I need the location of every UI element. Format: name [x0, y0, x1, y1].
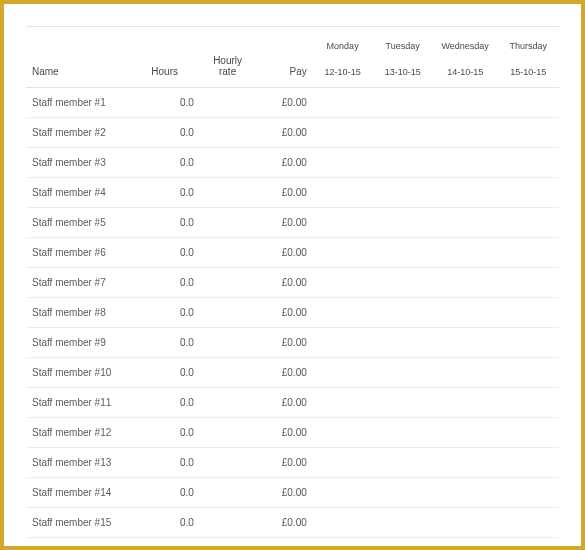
- cell-day-monday: [313, 238, 373, 268]
- cell-hours: 0.0: [145, 358, 200, 388]
- cell-rate: [200, 298, 255, 328]
- cell-hours: 0.0: [145, 418, 200, 448]
- cell-day-tuesday: [372, 298, 432, 328]
- header-date-tuesday: 13-10-15: [372, 53, 432, 88]
- table-row: Staff member #40.0£0.00: [26, 178, 559, 208]
- cell-rate: [200, 388, 255, 418]
- cell-day-tuesday: [372, 178, 432, 208]
- cell-day-tuesday: [372, 388, 432, 418]
- cell-day-wednesday: [433, 418, 498, 448]
- table-row: Staff member #100.0£0.00: [26, 358, 559, 388]
- cell-day-wednesday: [433, 148, 498, 178]
- table-row: Staff member #10.0£0.00: [26, 88, 559, 118]
- cell-hours: 0.0: [145, 178, 200, 208]
- cell-hours: 0.0: [145, 328, 200, 358]
- cell-day-wednesday: [433, 508, 498, 538]
- cell-hours: 0.0: [145, 478, 200, 508]
- cell-hours: 0.0: [145, 448, 200, 478]
- cell-day-monday: [313, 298, 373, 328]
- cell-day-tuesday: [372, 208, 432, 238]
- cell-day-monday: [313, 388, 373, 418]
- cell-day-tuesday: [372, 238, 432, 268]
- cell-name: Staff member #4: [26, 178, 145, 208]
- header-hourly-rate: Hourly rate: [200, 53, 255, 88]
- cell-name: Staff member #5: [26, 208, 145, 238]
- cell-day-wednesday: [433, 478, 498, 508]
- cell-pay: £0.00: [255, 238, 313, 268]
- cell-rate: [200, 178, 255, 208]
- cell-rate: [200, 328, 255, 358]
- cell-day-monday: [313, 208, 373, 238]
- table-row: Staff member #30.0£0.00: [26, 148, 559, 178]
- cell-name: Staff member #8: [26, 298, 145, 328]
- header-date-thursday: 15-10-15: [497, 53, 559, 88]
- cell-day-monday: [313, 88, 373, 118]
- cell-day-thursday: [497, 358, 559, 388]
- table-body: Staff member #10.0£0.00Staff member #20.…: [26, 88, 559, 538]
- cell-rate: [200, 208, 255, 238]
- cell-hours: 0.0: [145, 208, 200, 238]
- cell-day-thursday: [497, 418, 559, 448]
- cell-day-wednesday: [433, 178, 498, 208]
- cell-pay: £0.00: [255, 268, 313, 298]
- staff-rota-table: Monday Tuesday Wednesday Thursday Name H…: [26, 26, 559, 538]
- cell-hours: 0.0: [145, 268, 200, 298]
- table-row: Staff member #130.0£0.00: [26, 448, 559, 478]
- cell-rate: [200, 118, 255, 148]
- cell-name: Staff member #13: [26, 448, 145, 478]
- cell-pay: £0.00: [255, 418, 313, 448]
- cell-pay: £0.00: [255, 478, 313, 508]
- cell-day-thursday: [497, 328, 559, 358]
- table-row: Staff member #120.0£0.00: [26, 418, 559, 448]
- cell-day-monday: [313, 118, 373, 148]
- header-day-monday: Monday: [313, 27, 373, 54]
- cell-name: Staff member #9: [26, 328, 145, 358]
- cell-name: Staff member #1: [26, 88, 145, 118]
- cell-pay: £0.00: [255, 88, 313, 118]
- cell-rate: [200, 448, 255, 478]
- cell-day-thursday: [497, 118, 559, 148]
- cell-day-wednesday: [433, 88, 498, 118]
- cell-pay: £0.00: [255, 328, 313, 358]
- cell-rate: [200, 148, 255, 178]
- cell-day-wednesday: [433, 328, 498, 358]
- cell-day-tuesday: [372, 478, 432, 508]
- cell-name: Staff member #14: [26, 478, 145, 508]
- cell-day-tuesday: [372, 268, 432, 298]
- cell-rate: [200, 508, 255, 538]
- cell-day-thursday: [497, 478, 559, 508]
- cell-pay: £0.00: [255, 208, 313, 238]
- cell-day-tuesday: [372, 448, 432, 478]
- cell-day-thursday: [497, 268, 559, 298]
- table-row: Staff member #50.0£0.00: [26, 208, 559, 238]
- table-row: Staff member #140.0£0.00: [26, 478, 559, 508]
- table-row: Staff member #150.0£0.00: [26, 508, 559, 538]
- cell-pay: £0.00: [255, 148, 313, 178]
- cell-day-wednesday: [433, 298, 498, 328]
- cell-rate: [200, 88, 255, 118]
- cell-day-thursday: [497, 208, 559, 238]
- document-frame: Monday Tuesday Wednesday Thursday Name H…: [0, 0, 585, 550]
- table-row: Staff member #110.0£0.00: [26, 388, 559, 418]
- cell-pay: £0.00: [255, 448, 313, 478]
- cell-pay: £0.00: [255, 298, 313, 328]
- header-day-tuesday: Tuesday: [372, 27, 432, 54]
- cell-name: Staff member #11: [26, 388, 145, 418]
- cell-pay: £0.00: [255, 178, 313, 208]
- cell-hours: 0.0: [145, 118, 200, 148]
- cell-day-monday: [313, 508, 373, 538]
- cell-hours: 0.0: [145, 298, 200, 328]
- cell-day-thursday: [497, 178, 559, 208]
- table-row: Staff member #70.0£0.00: [26, 268, 559, 298]
- cell-hours: 0.0: [145, 238, 200, 268]
- cell-hours: 0.0: [145, 148, 200, 178]
- cell-pay: £0.00: [255, 388, 313, 418]
- cell-day-monday: [313, 448, 373, 478]
- cell-day-wednesday: [433, 118, 498, 148]
- cell-day-wednesday: [433, 238, 498, 268]
- cell-name: Staff member #3: [26, 148, 145, 178]
- table-row: Staff member #20.0£0.00: [26, 118, 559, 148]
- header-name: Name: [26, 53, 145, 88]
- cell-pay: £0.00: [255, 118, 313, 148]
- table-row: Staff member #60.0£0.00: [26, 238, 559, 268]
